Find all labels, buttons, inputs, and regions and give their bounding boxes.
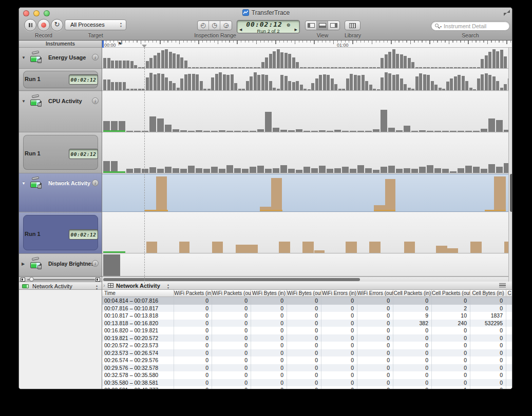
zoom-slider[interactable] — [27, 279, 95, 281]
column-header[interactable]: WiFi Packets (in) — [174, 290, 212, 296]
track-energy-main[interactable] — [102, 48, 508, 69]
run-row-cpu[interactable]: Run 1 00:02:12 — [19, 132, 102, 173]
breadcrumb[interactable]: Network Activity — [116, 283, 160, 289]
instrument-row-display-brightness[interactable]: ▶ Display Brightness i — [19, 254, 102, 276]
inspection-range-both-button[interactable]: ◷ — [209, 21, 220, 30]
track-energy-run[interactable] — [102, 69, 508, 91]
track-net-main[interactable] — [102, 174, 508, 212]
inspection-range-end-button[interactable]: ◶ — [220, 21, 232, 30]
disclosure-triangle-icon[interactable]: ▼ — [22, 181, 26, 186]
track-bar — [319, 166, 326, 173]
track-bar — [423, 67, 426, 68]
table-row[interactable]: 00:20.572 – 00:23.573000000000 — [102, 342, 512, 349]
table-row[interactable]: 00:29.576 – 00:32.578000000000 — [102, 364, 512, 372]
run-row-energy[interactable]: Run 1 00:02:12 — [19, 69, 102, 91]
value-cell: 0 — [393, 342, 432, 349]
track-bar — [173, 168, 179, 173]
run-row-network[interactable]: Run 1 00:02:12 — [19, 212, 102, 254]
value-cell: 0 — [251, 379, 287, 387]
instrument-row-cpu-activity[interactable]: ▼ CPU Activity i — [19, 91, 102, 132]
pause-button[interactable] — [24, 19, 36, 31]
track-bar — [446, 67, 449, 68]
inspection-range-start-button[interactable]: ◴ — [198, 21, 209, 30]
library-button[interactable] — [345, 21, 360, 30]
column-header[interactable]: WiFi Packets (out) — [212, 290, 251, 296]
column-header[interactable]: WiFi Errors (in) — [321, 290, 357, 296]
disclosure-triangle-icon[interactable]: ▶ — [22, 262, 25, 266]
value-cell — [506, 312, 512, 320]
horizontal-scrollbar-thumb[interactable] — [103, 278, 360, 281]
table-row[interactable]: 00:26.574 – 00:29.576000000000 — [102, 356, 512, 364]
track-net-run[interactable] — [102, 212, 508, 253]
target-popup[interactable]: All Processes ▲▼ — [65, 19, 126, 30]
info-icon[interactable]: i — [92, 180, 99, 186]
track-bar — [350, 169, 356, 173]
track-bar — [338, 67, 341, 68]
track-bar — [381, 167, 387, 173]
track-bar — [254, 67, 257, 68]
horizontal-scrollbar[interactable] — [102, 276, 508, 282]
view-bottom-pane-button[interactable] — [317, 21, 328, 30]
track-bar — [250, 131, 256, 132]
timeline-ruler[interactable]: ⚑ 00:0001:00 — [102, 41, 512, 48]
column-header[interactable]: WiFi Errors (out) — [357, 290, 393, 296]
table-row[interactable]: 00:23.573 – 00:26.574000000000 — [102, 349, 512, 357]
record-button[interactable] — [37, 19, 50, 31]
table-row[interactable]: 00:19.821 – 00:20.572000000000 — [102, 334, 512, 342]
info-icon[interactable]: i — [92, 97, 99, 104]
zoom-slider-knob[interactable] — [29, 277, 34, 282]
table-row[interactable]: 00:07.816 – 00:10.817000000020 — [102, 305, 512, 312]
action-menu-icon[interactable] — [499, 283, 506, 288]
table-row[interactable]: 00:13.818 – 00:16.820000000382240532295 — [102, 320, 512, 327]
column-header[interactable]: Cell Packets (out) — [432, 290, 470, 296]
flag-icon[interactable]: ⚑ — [118, 41, 122, 47]
disclosure-triangle-icon[interactable]: ▼ — [22, 55, 26, 60]
value-cell: 0 — [174, 386, 212, 389]
track-bar — [257, 67, 260, 68]
prev-run-button[interactable]: ◀ — [239, 28, 242, 32]
table-row[interactable]: 00:32.578 – 00:35.580000000000 — [102, 371, 512, 379]
column-header[interactable]: Cell Packets (in) — [393, 290, 432, 296]
recording-start-marker — [102, 41, 104, 48]
track-bar — [149, 58, 153, 68]
value-cell — [506, 356, 512, 364]
column-header[interactable]: Time — [102, 290, 174, 296]
search-input[interactable]: ▾ Instrument Detail — [431, 21, 510, 31]
column-header[interactable]: WiFi Bytes (out) — [287, 290, 321, 296]
instrument-row-network-activity[interactable]: ▼ Network Activity i — [19, 173, 102, 212]
track-bar — [154, 74, 157, 90]
track-display-brightness[interactable] — [102, 254, 508, 276]
value-cell: 0 — [287, 312, 321, 320]
loop-button[interactable]: ↻ — [51, 19, 63, 31]
disclosure-triangle-icon[interactable]: ▼ — [22, 99, 26, 104]
track-cpu-run[interactable] — [102, 133, 508, 173]
value-cell: 9 — [393, 312, 432, 320]
table-row[interactable]: 00:04.814 – 00:07.816000000000 — [102, 297, 512, 305]
column-header[interactable]: WiFi Bytes (in) — [251, 290, 287, 296]
track-bar — [419, 73, 422, 90]
fullscreen-icon[interactable] — [504, 10, 510, 16]
info-icon[interactable]: i — [92, 54, 99, 61]
vertical-scrollbar[interactable] — [508, 48, 512, 282]
popup-arrows-icon[interactable]: ▲▼ — [166, 283, 170, 289]
table-row[interactable]: 00:16.820 – 00:19.821000000000 — [102, 327, 512, 334]
view-right-pane-button[interactable] — [328, 21, 339, 30]
track-bar — [434, 67, 438, 68]
track-bar — [470, 242, 482, 253]
view-left-pane-button[interactable] — [306, 21, 317, 30]
next-run-button[interactable]: ▶ — [295, 28, 297, 32]
track-bar — [392, 75, 395, 90]
strategy-select[interactable]: Network Activity ▲▼ — [19, 282, 102, 290]
track-cpu-main[interactable] — [102, 91, 508, 132]
vertical-scrollbar-thumb[interactable] — [510, 174, 513, 212]
column-header[interactable]: Cell Bytes (in) — [470, 290, 506, 296]
table-row[interactable]: 00:35.580 – 00:38.581000000000 — [102, 379, 512, 387]
info-icon[interactable]: i — [92, 260, 99, 267]
track-bar — [350, 67, 353, 68]
instruments-header: Instruments — [19, 41, 102, 48]
instrument-row-energy-usage[interactable]: ▼ Energy Usage i — [19, 48, 102, 69]
column-header[interactable]: C — [506, 290, 512, 296]
value-cell: 0 — [287, 320, 321, 327]
table-row[interactable]: 00:38.581 – 00:40.777000000010 — [102, 386, 512, 389]
table-row[interactable]: 00:10.817 – 00:13.8180000009101837 — [102, 312, 512, 320]
